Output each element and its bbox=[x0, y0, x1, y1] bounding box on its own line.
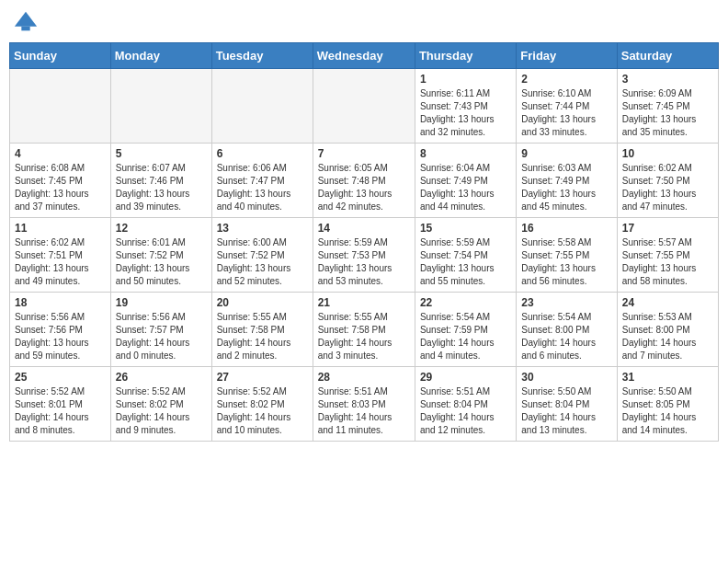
cell-content: Sunrise: 5:51 AM Sunset: 8:04 PM Dayligh… bbox=[420, 385, 511, 437]
cell-content: Sunrise: 5:52 AM Sunset: 8:01 PM Dayligh… bbox=[15, 385, 106, 437]
header-row: SundayMondayTuesdayWednesdayThursdayFrid… bbox=[10, 43, 719, 69]
day-number: 28 bbox=[318, 371, 410, 384]
day-number: 17 bbox=[622, 222, 713, 235]
calendar-cell: 11Sunrise: 6:02 AM Sunset: 7:51 PM Dayli… bbox=[10, 218, 111, 293]
calendar-cell: 8Sunrise: 6:04 AM Sunset: 7:49 PM Daylig… bbox=[415, 144, 516, 218]
week-row-2: 11Sunrise: 6:02 AM Sunset: 7:51 PM Dayli… bbox=[10, 218, 719, 293]
calendar-cell: 4Sunrise: 6:08 AM Sunset: 7:45 PM Daylig… bbox=[10, 144, 111, 218]
calendar-cell: 3Sunrise: 6:09 AM Sunset: 7:45 PM Daylig… bbox=[617, 69, 718, 144]
calendar-cell: 1Sunrise: 6:11 AM Sunset: 7:43 PM Daylig… bbox=[415, 69, 516, 144]
calendar-cell: 20Sunrise: 5:55 AM Sunset: 7:58 PM Dayli… bbox=[211, 293, 313, 367]
page-header bbox=[9, 9, 719, 35]
day-number: 22 bbox=[420, 296, 511, 309]
day-number: 21 bbox=[318, 296, 410, 309]
day-number: 29 bbox=[420, 371, 511, 384]
calendar-cell bbox=[10, 69, 111, 144]
day-number: 10 bbox=[622, 147, 713, 160]
cell-content: Sunrise: 5:54 AM Sunset: 8:00 PM Dayligh… bbox=[521, 311, 611, 362]
calendar-cell: 27Sunrise: 5:52 AM Sunset: 8:02 PM Dayli… bbox=[211, 367, 313, 442]
calendar-cell: 19Sunrise: 5:56 AM Sunset: 7:57 PM Dayli… bbox=[110, 293, 211, 367]
calendar-cell: 18Sunrise: 5:56 AM Sunset: 7:56 PM Dayli… bbox=[10, 293, 111, 367]
cell-content: Sunrise: 6:04 AM Sunset: 7:49 PM Dayligh… bbox=[420, 162, 511, 213]
day-header-wednesday: Wednesday bbox=[313, 43, 415, 69]
day-number: 4 bbox=[15, 147, 106, 160]
logo-icon bbox=[13, 9, 39, 35]
day-number: 8 bbox=[420, 147, 511, 160]
calendar-cell: 30Sunrise: 5:50 AM Sunset: 8:04 PM Dayli… bbox=[517, 367, 617, 442]
cell-content: Sunrise: 6:02 AM Sunset: 7:50 PM Dayligh… bbox=[622, 162, 713, 213]
week-row-0: 1Sunrise: 6:11 AM Sunset: 7:43 PM Daylig… bbox=[10, 69, 719, 144]
cell-content: Sunrise: 5:52 AM Sunset: 8:02 PM Dayligh… bbox=[217, 385, 308, 437]
day-number: 7 bbox=[318, 147, 410, 160]
calendar-cell bbox=[211, 69, 313, 144]
day-number: 20 bbox=[217, 296, 308, 309]
cell-content: Sunrise: 6:08 AM Sunset: 7:45 PM Dayligh… bbox=[15, 162, 106, 213]
day-number: 2 bbox=[521, 73, 611, 86]
calendar-cell: 23Sunrise: 5:54 AM Sunset: 8:00 PM Dayli… bbox=[517, 293, 617, 367]
cell-content: Sunrise: 5:50 AM Sunset: 8:04 PM Dayligh… bbox=[521, 385, 611, 437]
day-header-thursday: Thursday bbox=[415, 43, 516, 69]
cell-content: Sunrise: 6:05 AM Sunset: 7:48 PM Dayligh… bbox=[318, 162, 410, 213]
day-number: 31 bbox=[622, 371, 713, 384]
day-number: 3 bbox=[622, 73, 713, 86]
calendar-cell: 14Sunrise: 5:59 AM Sunset: 7:53 PM Dayli… bbox=[313, 218, 415, 293]
week-row-1: 4Sunrise: 6:08 AM Sunset: 7:45 PM Daylig… bbox=[10, 144, 719, 218]
calendar-header: SundayMondayTuesdayWednesdayThursdayFrid… bbox=[10, 43, 719, 69]
day-number: 26 bbox=[116, 371, 207, 384]
cell-content: Sunrise: 6:09 AM Sunset: 7:45 PM Dayligh… bbox=[622, 87, 713, 139]
day-number: 18 bbox=[15, 296, 106, 309]
week-row-3: 18Sunrise: 5:56 AM Sunset: 7:56 PM Dayli… bbox=[10, 293, 719, 367]
cell-content: Sunrise: 5:51 AM Sunset: 8:03 PM Dayligh… bbox=[318, 385, 410, 437]
day-number: 11 bbox=[15, 222, 106, 235]
day-number: 1 bbox=[420, 73, 511, 86]
day-number: 24 bbox=[622, 296, 713, 309]
calendar-body: 1Sunrise: 6:11 AM Sunset: 7:43 PM Daylig… bbox=[10, 69, 719, 442]
svg-marker-0 bbox=[15, 12, 37, 27]
calendar-cell: 12Sunrise: 6:01 AM Sunset: 7:52 PM Dayli… bbox=[110, 218, 211, 293]
calendar-cell bbox=[110, 69, 211, 144]
cell-content: Sunrise: 5:55 AM Sunset: 7:58 PM Dayligh… bbox=[217, 311, 308, 362]
calendar-cell: 31Sunrise: 5:50 AM Sunset: 8:05 PM Dayli… bbox=[617, 367, 718, 442]
cell-content: Sunrise: 5:52 AM Sunset: 8:02 PM Dayligh… bbox=[116, 385, 207, 437]
cell-content: Sunrise: 6:02 AM Sunset: 7:51 PM Dayligh… bbox=[15, 236, 106, 288]
calendar-cell: 9Sunrise: 6:03 AM Sunset: 7:49 PM Daylig… bbox=[517, 144, 617, 218]
cell-content: Sunrise: 6:03 AM Sunset: 7:49 PM Dayligh… bbox=[521, 162, 611, 213]
calendar-cell: 13Sunrise: 6:00 AM Sunset: 7:52 PM Dayli… bbox=[211, 218, 313, 293]
week-row-4: 25Sunrise: 5:52 AM Sunset: 8:01 PM Dayli… bbox=[10, 367, 719, 442]
cell-content: Sunrise: 6:10 AM Sunset: 7:44 PM Dayligh… bbox=[521, 87, 611, 139]
cell-content: Sunrise: 5:56 AM Sunset: 7:57 PM Dayligh… bbox=[116, 311, 207, 362]
calendar-cell: 29Sunrise: 5:51 AM Sunset: 8:04 PM Dayli… bbox=[415, 367, 516, 442]
calendar-cell: 22Sunrise: 5:54 AM Sunset: 7:59 PM Dayli… bbox=[415, 293, 516, 367]
calendar-cell: 7Sunrise: 6:05 AM Sunset: 7:48 PM Daylig… bbox=[313, 144, 415, 218]
day-header-sunday: Sunday bbox=[10, 43, 111, 69]
day-number: 6 bbox=[217, 147, 308, 160]
cell-content: Sunrise: 6:07 AM Sunset: 7:46 PM Dayligh… bbox=[116, 162, 207, 213]
calendar-cell: 10Sunrise: 6:02 AM Sunset: 7:50 PM Dayli… bbox=[617, 144, 718, 218]
day-header-friday: Friday bbox=[517, 43, 617, 69]
day-number: 19 bbox=[116, 296, 207, 309]
day-number: 25 bbox=[15, 371, 106, 384]
calendar-cell: 21Sunrise: 5:55 AM Sunset: 7:58 PM Dayli… bbox=[313, 293, 415, 367]
day-number: 16 bbox=[521, 222, 611, 235]
cell-content: Sunrise: 5:54 AM Sunset: 7:59 PM Dayligh… bbox=[420, 311, 511, 362]
cell-content: Sunrise: 6:06 AM Sunset: 7:47 PM Dayligh… bbox=[217, 162, 308, 213]
day-number: 27 bbox=[217, 371, 308, 384]
calendar-cell: 5Sunrise: 6:07 AM Sunset: 7:46 PM Daylig… bbox=[110, 144, 211, 218]
calendar-cell: 6Sunrise: 6:06 AM Sunset: 7:47 PM Daylig… bbox=[211, 144, 313, 218]
calendar-cell: 24Sunrise: 5:53 AM Sunset: 8:00 PM Dayli… bbox=[617, 293, 718, 367]
day-header-saturday: Saturday bbox=[617, 43, 718, 69]
day-header-tuesday: Tuesday bbox=[211, 43, 313, 69]
calendar-cell: 25Sunrise: 5:52 AM Sunset: 8:01 PM Dayli… bbox=[10, 367, 111, 442]
calendar-cell: 26Sunrise: 5:52 AM Sunset: 8:02 PM Dayli… bbox=[110, 367, 211, 442]
cell-content: Sunrise: 5:59 AM Sunset: 7:53 PM Dayligh… bbox=[318, 236, 410, 288]
day-number: 12 bbox=[116, 222, 207, 235]
cell-content: Sunrise: 5:50 AM Sunset: 8:05 PM Dayligh… bbox=[622, 385, 713, 437]
svg-rect-1 bbox=[21, 27, 29, 31]
day-number: 30 bbox=[521, 371, 611, 384]
day-number: 9 bbox=[521, 147, 611, 160]
calendar-cell: 2Sunrise: 6:10 AM Sunset: 7:44 PM Daylig… bbox=[517, 69, 617, 144]
cell-content: Sunrise: 6:01 AM Sunset: 7:52 PM Dayligh… bbox=[116, 236, 207, 288]
logo bbox=[13, 9, 42, 35]
day-number: 5 bbox=[116, 147, 207, 160]
cell-content: Sunrise: 6:11 AM Sunset: 7:43 PM Dayligh… bbox=[420, 87, 511, 139]
